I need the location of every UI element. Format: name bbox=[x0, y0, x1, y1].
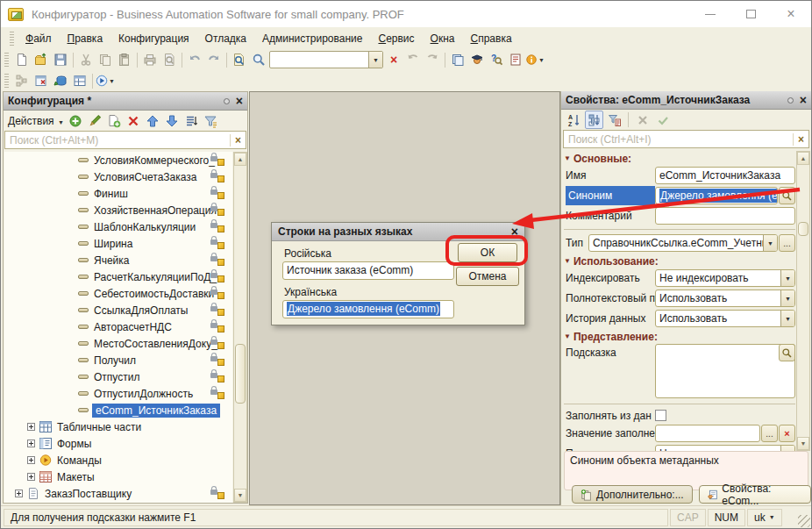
open-button[interactable] bbox=[32, 50, 51, 69]
synonym-field[interactable]: Джерело замовлення (eComm) bbox=[655, 187, 778, 204]
menu-service[interactable]: Сервис bbox=[370, 29, 422, 48]
fill-value-field[interactable] bbox=[655, 425, 760, 442]
copy-item-button[interactable] bbox=[105, 111, 124, 130]
maximize-button[interactable] bbox=[730, 1, 771, 27]
fill-value-more-button[interactable]: ... bbox=[761, 425, 778, 442]
cancel-edit-button[interactable] bbox=[633, 111, 652, 129]
filter-important-button[interactable] bbox=[605, 111, 623, 129]
tree-item[interactable]: СсылкаДляОплаты bbox=[4, 302, 232, 318]
section-main[interactable]: ▼Основные: bbox=[564, 151, 795, 166]
expand-icon[interactable] bbox=[27, 440, 35, 447]
close-panel-button[interactable]: × bbox=[236, 94, 243, 108]
chevron-down-icon[interactable]: ▼ bbox=[763, 235, 777, 251]
add-button[interactable] bbox=[67, 111, 85, 130]
help-search-button[interactable]: ? bbox=[487, 50, 506, 69]
sort-alphabetical-button[interactable]: AZ bbox=[565, 111, 583, 129]
update-database-button[interactable] bbox=[51, 71, 70, 90]
print-button[interactable] bbox=[140, 50, 160, 69]
expand-icon[interactable] bbox=[27, 473, 35, 481]
start-debugging-button[interactable]: ▼ bbox=[96, 71, 115, 90]
tree-item[interactable]: ЗакрытиеМесяца bbox=[4, 502, 232, 503]
dialog-titlebar[interactable]: Строки на разных языках × bbox=[272, 223, 524, 241]
tab-additionally[interactable]: Дополнительно:... bbox=[572, 485, 693, 504]
tab-properties[interactable]: Свойства: eCom... bbox=[699, 485, 811, 504]
close-configuration-button[interactable] bbox=[32, 71, 51, 90]
fulltext-combo[interactable]: Использовать▼ bbox=[655, 290, 795, 307]
sort-button[interactable] bbox=[182, 111, 201, 130]
section-usage[interactable]: ▼Использование: bbox=[564, 254, 795, 268]
menu-edit[interactable]: Правка bbox=[60, 29, 111, 48]
chevron-down-icon[interactable]: ▼ bbox=[780, 290, 794, 306]
open-form-button[interactable] bbox=[70, 71, 89, 90]
tree-item[interactable]: Финиш bbox=[4, 185, 232, 202]
type-combo[interactable]: СправочникСсылка.eComm_УчетныеЗа▼ bbox=[588, 234, 778, 252]
ok-button[interactable]: ОК bbox=[458, 243, 517, 262]
language-indicator[interactable]: uk▼ bbox=[747, 509, 782, 526]
edit-button[interactable] bbox=[86, 111, 104, 130]
menu-windows[interactable]: Окна bbox=[423, 29, 463, 48]
chevron-down-icon[interactable]: ▼ bbox=[368, 52, 382, 68]
type-more-button[interactable]: ... bbox=[779, 234, 795, 252]
redo-button[interactable] bbox=[204, 50, 224, 69]
ukrainian-input[interactable]: Джерело замовлення (eComm) bbox=[282, 300, 454, 318]
tooltip-field[interactable] bbox=[655, 344, 795, 398]
scroll-up-icon[interactable]: ▲ bbox=[797, 152, 809, 165]
tree-item[interactable]: Получил bbox=[4, 352, 232, 368]
indexing-combo[interactable]: Не индексировать▼ bbox=[655, 269, 795, 287]
search-button[interactable] bbox=[249, 50, 268, 69]
menu-debug[interactable]: Отладка bbox=[197, 29, 254, 48]
scroll-thumb[interactable] bbox=[798, 222, 808, 236]
scroll-down-icon[interactable]: ▼ bbox=[234, 489, 246, 502]
configuration-tree-button[interactable] bbox=[12, 71, 32, 90]
close-button[interactable]: × bbox=[771, 1, 811, 27]
tree-item[interactable]: УсловияКоммерческого_ bbox=[4, 152, 232, 168]
print-preview-button[interactable] bbox=[160, 50, 179, 69]
minimize-button[interactable] bbox=[690, 1, 730, 27]
close-panel-button[interactable]: × bbox=[800, 93, 807, 107]
save-button[interactable] bbox=[51, 50, 70, 69]
forward-button[interactable] bbox=[423, 50, 442, 69]
tree-item[interactable]: Отпустил bbox=[4, 368, 232, 385]
tree-item[interactable]: АвторасчетНДС bbox=[4, 318, 232, 335]
fill-value-clear-button[interactable]: × bbox=[779, 425, 795, 442]
fill-check-combo[interactable]: Не проверять▼ bbox=[655, 445, 795, 451]
expand-icon[interactable] bbox=[27, 456, 35, 464]
copy-window-button[interactable] bbox=[448, 50, 467, 69]
tree-item[interactable]: Ширина bbox=[4, 235, 232, 252]
search-combo[interactable]: ▼ bbox=[269, 51, 383, 68]
info-button[interactable]: ▼ bbox=[525, 50, 545, 69]
properties-scrollbar[interactable]: ▲ ▼ bbox=[796, 151, 810, 451]
tree-item[interactable]: Команды bbox=[4, 452, 232, 468]
menu-configuration[interactable]: Конфигурация bbox=[110, 29, 197, 48]
group-by-categories-button[interactable] bbox=[585, 111, 603, 129]
filter-button[interactable] bbox=[202, 111, 220, 130]
name-field[interactable]: eComm_ИсточникЗаказа bbox=[655, 167, 795, 184]
expand-icon[interactable] bbox=[15, 490, 23, 497]
russian-input[interactable]: Источник заказа (eComm) bbox=[282, 261, 454, 280]
clear-search-button[interactable]: × bbox=[384, 50, 403, 69]
tree-item[interactable]: СебестоимостьДоставки bbox=[4, 285, 232, 302]
clear-icon[interactable]: × bbox=[793, 133, 808, 146]
actions-menu-button[interactable]: Действия ▼ bbox=[8, 115, 64, 127]
history-combo[interactable]: Использовать▼ bbox=[655, 310, 795, 327]
tree-item-selected[interactable]: eComm_ИсточникЗаказа bbox=[4, 402, 232, 418]
cut-button[interactable] bbox=[76, 50, 96, 69]
open-synonym-editor-button[interactable] bbox=[779, 187, 795, 204]
scroll-down-icon[interactable]: ▼ bbox=[797, 437, 809, 450]
tree-item[interactable]: Табличные части bbox=[4, 418, 232, 435]
syntax-check-button[interactable] bbox=[467, 50, 487, 69]
clear-icon[interactable]: × bbox=[230, 134, 246, 147]
tree-item[interactable]: ШаблонКалькуляции bbox=[4, 218, 232, 235]
move-up-button[interactable] bbox=[144, 111, 162, 130]
chevron-down-icon[interactable]: ▼ bbox=[780, 270, 794, 286]
tree-item[interactable]: РасчетКалькуляцииПоД_ bbox=[4, 268, 232, 285]
move-down-button[interactable] bbox=[163, 111, 182, 130]
tree-item[interactable]: Ячейка bbox=[4, 252, 232, 268]
tree-item[interactable]: ЗаказПоставщику bbox=[4, 485, 232, 502]
properties-search-input[interactable]: Поиск (Ctrl+Alt+I) × bbox=[563, 130, 809, 148]
cancel-button[interactable]: Отмена bbox=[456, 267, 519, 286]
menu-help[interactable]: Справка bbox=[462, 29, 519, 48]
pin-icon[interactable] bbox=[224, 98, 230, 104]
open-tooltip-editor-button[interactable] bbox=[779, 344, 795, 361]
menu-administration[interactable]: Администрирование bbox=[254, 29, 370, 48]
